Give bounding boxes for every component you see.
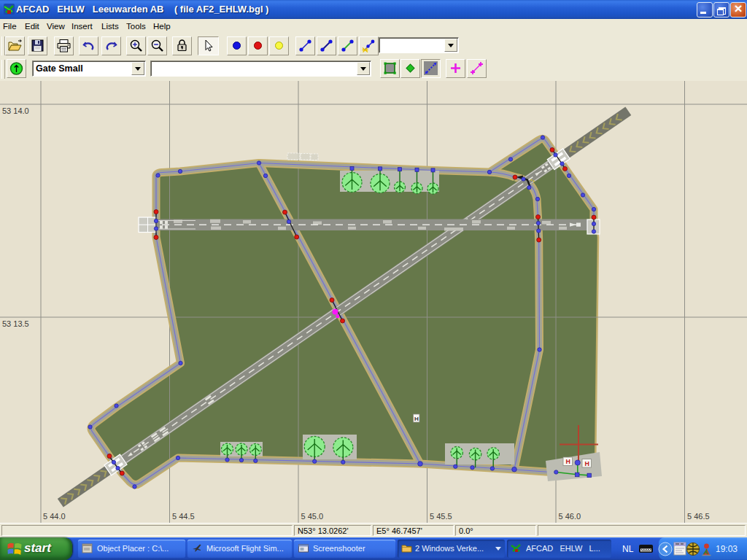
svg-text:53 14.0: 53 14.0 (2, 106, 29, 115)
svg-text:5 46.0: 5 46.0 (559, 512, 581, 521)
svg-text:5 45.5: 5 45.5 (430, 512, 452, 521)
svg-text:53 13.5: 53 13.5 (2, 319, 29, 328)
svg-text:H: H (566, 458, 571, 465)
svg-text:5 45.0: 5 45.0 (301, 512, 324, 521)
svg-text:H: H (585, 460, 590, 467)
svg-text:5 44.5: 5 44.5 (172, 512, 195, 521)
svg-text:H: H (414, 416, 419, 422)
svg-text:5 44.0: 5 44.0 (43, 512, 66, 521)
svg-text:5 46.5: 5 46.5 (687, 512, 710, 521)
